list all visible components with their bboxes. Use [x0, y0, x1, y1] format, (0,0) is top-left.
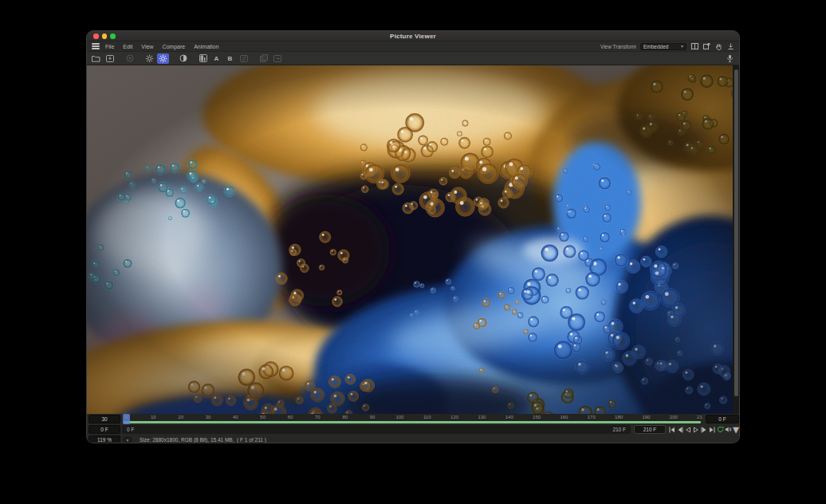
menubar-right: View Transform Embedded ▾ — [600, 43, 734, 50]
playback-options-dropdown[interactable]: ▾ — [733, 425, 739, 434]
play-forward-button[interactable] — [692, 425, 699, 434]
minimize-button[interactable] — [102, 33, 108, 39]
rendered-image — [87, 65, 734, 414]
vertical-scrollbar-thumb[interactable] — [734, 69, 738, 396]
loop-playback-button[interactable] — [717, 425, 724, 434]
viewer-canvas[interactable] — [87, 65, 739, 414]
range-start-label: 0 F — [127, 427, 134, 432]
traffic-lights — [93, 33, 116, 39]
compare-a-button[interactable]: A — [210, 53, 222, 64]
timeline-footer: 30 0102030405060708090100110120130140150… — [87, 414, 739, 443]
step-backward-button[interactable] — [676, 425, 683, 434]
ruler-tick-label: 10 — [151, 415, 156, 419]
menu-item[interactable]: View — [141, 44, 153, 49]
menu-item[interactable]: File — [105, 44, 114, 49]
goto-end-button[interactable] — [709, 425, 716, 434]
ruler-tick-label: 140 — [505, 415, 513, 419]
frame-range-slider[interactable]: 0 F 210 F — [122, 425, 631, 434]
open-file-button[interactable] — [90, 53, 102, 64]
ruler-tick-label: 130 — [478, 415, 486, 419]
play-backward-button[interactable] — [684, 425, 691, 434]
view-transform-value: Embedded — [643, 44, 681, 49]
view-transform-dropdown[interactable]: Embedded ▾ — [640, 43, 686, 50]
swap-ab-button[interactable] — [238, 53, 250, 64]
ruler-tick-label: 90 — [370, 415, 376, 419]
ruler-tick-label: 110 — [423, 415, 431, 419]
timeline-ruler[interactable]: 0102030405060708090100110120130140150160… — [122, 414, 702, 424]
ruler-tick-label: 20 — [178, 415, 183, 419]
menubar: FileEditViewCompareAnimation View Transf… — [87, 41, 739, 52]
microphone-snapshot-icon[interactable] — [724, 53, 736, 64]
ruler-tick-label: 70 — [315, 415, 321, 419]
picture-viewer-window: Picture Viewer FileEditViewCompareAnimat… — [86, 30, 740, 443]
fps-field[interactable]: 30 — [88, 415, 120, 423]
menu-items: FileEditViewCompareAnimation — [105, 44, 218, 49]
titlebar: Picture Viewer — [87, 31, 739, 41]
close-button[interactable] — [93, 33, 99, 39]
menu-item[interactable]: Animation — [194, 44, 218, 49]
settings-gear-icon[interactable] — [144, 53, 155, 64]
ruler-tick-label: 30 — [206, 415, 211, 419]
render-gear-icon-active[interactable] — [157, 53, 169, 64]
ruler-tick-label: 60 — [288, 415, 293, 419]
ruler-tick-label: 180 — [615, 415, 623, 419]
ruler-tick-label: 200 — [670, 415, 678, 419]
ruler-tick-label: 120 — [450, 415, 458, 419]
ruler-tick-label: 150 — [533, 415, 541, 419]
save-image-button[interactable] — [104, 53, 116, 64]
split-view-icon[interactable] — [690, 43, 698, 50]
ruler-tick-label: 160 — [560, 415, 568, 419]
cached-range-bar — [124, 421, 701, 424]
zoom-level-field[interactable]: 119 % — [88, 435, 120, 443]
goto-start-button[interactable] — [668, 425, 675, 434]
menu-item[interactable]: Edit — [123, 44, 132, 49]
stop-render-button[interactable] — [124, 53, 136, 64]
status-bar-text: Size: 2880x1800, RGB (8 Bit), 15.41 MB, … — [140, 435, 266, 443]
pan-hand-icon[interactable] — [714, 43, 722, 50]
start-frame-field[interactable]: 0 F — [88, 425, 120, 434]
fullscreen-button[interactable] — [110, 33, 116, 39]
ruler-tick-label: 80 — [342, 415, 348, 419]
desktop: { "window": { "title": "Picture Viewer" … — [0, 0, 826, 504]
compare-b-button[interactable]: B — [224, 53, 236, 64]
pop-out-icon[interactable] — [702, 43, 710, 50]
ruler-tick-label: 40 — [233, 415, 238, 419]
chevron-down-icon: ▾ — [681, 44, 683, 49]
ruler-tick-label: 100 — [395, 415, 403, 419]
toolbar: A B — [87, 52, 739, 65]
step-forward-button[interactable] — [701, 425, 708, 434]
vertical-scrollbar[interactable] — [733, 65, 739, 414]
copy-image-button[interactable] — [258, 53, 269, 64]
export-image-button[interactable] — [271, 53, 283, 64]
window-title: Picture Viewer — [87, 33, 739, 40]
hamburger-menu-icon[interactable] — [92, 42, 100, 51]
contrast-filter-icon[interactable] — [177, 53, 189, 64]
view-transform-label: View Transform — [600, 44, 636, 49]
ruler-tick-label: 190 — [642, 415, 650, 419]
menu-item[interactable]: Compare — [162, 44, 185, 49]
ruler-tick-label: 50 — [260, 415, 266, 419]
audio-volume-button[interactable] — [725, 425, 732, 434]
transport-controls: ▾ — [668, 424, 739, 435]
ruler-tick-label: 210 — [697, 415, 702, 419]
ruler-tick-label: 170 — [588, 415, 596, 419]
end-frame-field[interactable]: 210 F — [634, 425, 666, 434]
range-end-label: 210 F — [612, 427, 626, 432]
dock-pin-icon[interactable] — [726, 43, 734, 50]
ruler-tick-label: 0 — [124, 415, 127, 419]
histogram-icon[interactable] — [197, 53, 209, 64]
zoom-dropdown-button[interactable]: ▾ — [123, 436, 132, 443]
